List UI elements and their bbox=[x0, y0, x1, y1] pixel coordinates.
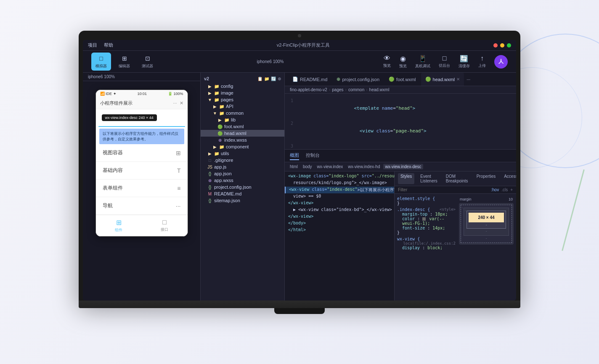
box-model: - - - bbox=[459, 203, 514, 245]
html-val-3: "index-desc" bbox=[327, 187, 357, 192]
file-tree-project-config[interactable]: {} project.config.json bbox=[201, 184, 284, 190]
file-tree-pages[interactable]: ▼ 📁 pages bbox=[201, 96, 284, 103]
interface-nav-icon: □ bbox=[162, 219, 167, 226]
file-tree-readme[interactable]: M README.md bbox=[201, 190, 284, 197]
tab-label-head: head.wxml bbox=[433, 77, 455, 82]
nav-item-icon-nav: ··· bbox=[176, 203, 181, 209]
styles-tab-properties[interactable]: Properties bbox=[474, 173, 498, 184]
styles-tab-accessibility[interactable]: Accessibility bbox=[501, 173, 516, 184]
simulate-icon: □ bbox=[97, 54, 106, 63]
bottom-nav-component[interactable]: ⊞ 组件 bbox=[96, 215, 142, 236]
file-tree-app-json[interactable]: {} app.json bbox=[201, 170, 284, 177]
laptop-screen: 项目 帮助 v2-FinClip小程序开发工具 □ bbox=[83, 40, 516, 301]
file-tree-common[interactable]: ▼ 📁 common bbox=[201, 110, 284, 116]
close-btn[interactable] bbox=[493, 43, 498, 47]
more-icon[interactable]: ··· bbox=[173, 100, 177, 106]
file-tree-app-wxss[interactable]: ⊛ app.wxss bbox=[201, 177, 284, 184]
file-action-add[interactable]: ⊕ bbox=[278, 76, 281, 81]
val-margin-top: 10px; bbox=[435, 212, 448, 216]
toolbar-preview-action[interactable]: 👁 预览 bbox=[383, 55, 391, 69]
nav-item-nav[interactable]: 导航 ··· bbox=[96, 197, 188, 215]
toolbar-upload-action[interactable]: ↑ 上传 bbox=[478, 55, 486, 69]
code-line-1: 1 <template name="head"> bbox=[285, 97, 516, 120]
filter-cls[interactable]: .cls bbox=[501, 187, 508, 192]
file-action-new-folder[interactable]: 📁 bbox=[264, 76, 269, 81]
file-name: lib bbox=[231, 117, 236, 122]
border-label-inner: - bbox=[465, 208, 466, 212]
nav-item-label-view: 视图容器 bbox=[103, 149, 123, 156]
file-tree-gitignore[interactable]: □ .gitignore bbox=[201, 157, 284, 164]
toolbar-edit-btn[interactable]: ⊞ 编辑器 bbox=[114, 53, 134, 71]
filter-input[interactable] bbox=[398, 187, 488, 192]
path-html[interactable]: html bbox=[288, 164, 300, 169]
file-name: project.config.json bbox=[214, 185, 252, 190]
toolbar-clear-action[interactable]: 🔄 清缓存 bbox=[459, 55, 470, 69]
styles-rules: element.style { } .index-desc { bbox=[397, 196, 456, 298]
folder-icon-3: 📁 bbox=[214, 90, 219, 95]
close-phone-icon[interactable]: ✕ bbox=[180, 100, 183, 106]
html-line-3: <wx-view class= "index-desc" >以下将展示小程序官方… bbox=[285, 187, 394, 193]
file-tree-foot-wxml[interactable]: 🟢 foot.wxml bbox=[201, 123, 284, 130]
tabs-more[interactable]: ··· bbox=[465, 77, 472, 82]
edit-icon: ⊞ bbox=[120, 54, 129, 63]
file-action-copy[interactable]: 📋 bbox=[257, 76, 262, 81]
path-body[interactable]: body bbox=[301, 164, 314, 169]
user-avatar[interactable]: 人 bbox=[494, 55, 508, 69]
line-content-1: <template name="head"> bbox=[298, 97, 419, 120]
toolbar-preview2-action[interactable]: ◉ 预览 bbox=[399, 55, 407, 69]
selector-element-close: } bbox=[397, 201, 400, 206]
bottom-tab-overview[interactable]: 概图 bbox=[290, 151, 299, 160]
phone-container: 📶 IDE ✦ 10:01 🔋 100% 小程序组件展示 ··· ✕ bbox=[83, 81, 200, 301]
html-preview[interactable]: <wx-image class= "index-logo" src= "../r… bbox=[285, 171, 394, 301]
file-tree-head-wxml[interactable]: 🟢 head.wxml bbox=[201, 130, 284, 137]
styles-tab-styles[interactable]: Styles bbox=[398, 173, 414, 184]
code-editor[interactable]: 1 <template name="head"> 2 <view class="… bbox=[285, 94, 516, 149]
wxml-icon-2: 🟢 bbox=[217, 131, 223, 136]
folder-icon: ▶ bbox=[217, 117, 223, 122]
nav-item-view-container[interactable]: 视图容器 ⊞ bbox=[96, 144, 188, 162]
tab-head-wxml[interactable]: 🟢 head.wxml ✕ bbox=[421, 73, 464, 86]
path-wx-view-index-desc[interactable]: wx-view.index-desc bbox=[383, 164, 423, 169]
filter-hov[interactable]: :hov bbox=[491, 187, 499, 192]
file-tree-component[interactable]: ▶ 📁 component bbox=[201, 143, 284, 150]
file-tree-index-wxss[interactable]: ⊛ index.wxss bbox=[201, 137, 284, 143]
box-model-container: margin 10 - bbox=[459, 196, 514, 298]
filter-plus[interactable]: + bbox=[510, 187, 513, 192]
folder-icon: ▶ bbox=[207, 90, 212, 95]
nav-item-form[interactable]: 表单组件 ≡ bbox=[96, 179, 188, 197]
tab-close-head[interactable]: ✕ bbox=[456, 77, 460, 82]
styles-tab-event-listeners[interactable]: Event Listeners bbox=[418, 173, 440, 184]
tab-project-config[interactable]: ⊕ project.config.json bbox=[332, 73, 384, 86]
file-tree-utils[interactable]: ▶ 📁 utils bbox=[201, 150, 284, 157]
path-wx-view-index-hd[interactable]: wx-view.index-hd bbox=[346, 164, 382, 169]
tab-readme[interactable]: 📄 README.md bbox=[288, 73, 331, 86]
file-tree-config[interactable]: ▶ 📁 config bbox=[201, 83, 284, 90]
menu-item-help[interactable]: 帮助 bbox=[104, 42, 113, 48]
toolbar-cut-action[interactable]: □ 切后台 bbox=[439, 55, 450, 69]
toolbar-device-action[interactable]: 📱 真机调试 bbox=[415, 55, 430, 69]
file-tree-api[interactable]: ▶ 📁 API bbox=[201, 103, 284, 110]
md-icon: M bbox=[207, 191, 212, 196]
bottom-nav-interface[interactable]: □ 接口 bbox=[142, 215, 188, 236]
styles-tab-dom-breakpoints[interactable]: DOM Breakpoints bbox=[443, 173, 471, 184]
file-tree-image[interactable]: ▶ 📁 image bbox=[201, 90, 284, 96]
padding-bottom-val: - bbox=[469, 222, 504, 227]
color-swatch bbox=[422, 217, 426, 221]
maximize-btn[interactable] bbox=[507, 43, 511, 47]
toolbar-simulate-btn[interactable]: □ 模拟器 bbox=[91, 53, 111, 71]
menu-item-project[interactable]: 项目 bbox=[88, 42, 97, 48]
laptop-stand bbox=[274, 308, 325, 314]
file-tree-app-js[interactable]: JS app.js bbox=[201, 164, 284, 170]
nav-item-basic[interactable]: 基础内容 T bbox=[96, 162, 188, 179]
tab-foot-wxml[interactable]: 🟢 foot.wxml bbox=[384, 73, 420, 86]
toolbar-debug-btn[interactable]: ⊡ 测试器 bbox=[138, 53, 157, 71]
bottom-tab-console[interactable]: 控制台 bbox=[306, 151, 320, 160]
file-tree-sitemap[interactable]: {} sitemap.json bbox=[201, 197, 284, 204]
minimize-btn[interactable] bbox=[500, 43, 504, 47]
path-wx-view-index[interactable]: wx-view.index bbox=[315, 164, 345, 169]
file-tree-lib[interactable]: ▶ 📁 lib bbox=[201, 116, 284, 123]
file-action-refresh[interactable]: 🔄 bbox=[271, 76, 276, 81]
selector-element: element.style { bbox=[397, 196, 435, 201]
prop-display: display bbox=[402, 245, 420, 250]
prop-color: color bbox=[402, 216, 415, 221]
